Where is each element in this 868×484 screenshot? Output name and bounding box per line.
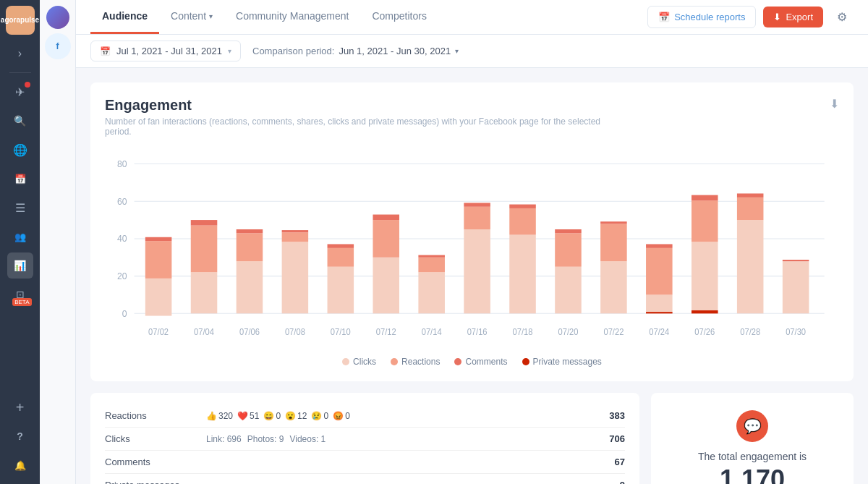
svg-text:07/12: 07/12 — [376, 328, 396, 336]
svg-rect-40 — [600, 261, 627, 313]
svg-text:0: 0 — [122, 308, 127, 318]
svg-rect-14 — [191, 226, 218, 273]
svg-rect-30 — [418, 255, 445, 258]
download-chart-button[interactable]: ⬇ — [830, 97, 839, 111]
svg-text:07/16: 07/16 — [467, 328, 488, 336]
wow-emoji: 😮 12 — [285, 411, 307, 421]
schedule-reports-button[interactable]: 📅 Schedule reports — [647, 6, 756, 28]
svg-rect-27 — [373, 215, 399, 221]
comments-row: Comments 67 — [105, 451, 625, 474]
svg-rect-33 — [464, 203, 490, 206]
nav-actions: 📅 Schedule reports ⬇ Export ⚙ — [647, 6, 854, 29]
svg-rect-53 — [737, 193, 764, 197]
bell-icon[interactable]: 🔔 — [7, 452, 33, 478]
svg-rect-15 — [191, 220, 218, 226]
haha-emoji: 😄 0 — [263, 411, 281, 421]
list-icon[interactable]: ☰ — [7, 195, 33, 221]
like-icon: 👍 — [206, 411, 217, 421]
haha-icon: 😄 — [263, 411, 274, 421]
settings-button[interactable]: ⚙ — [830, 6, 854, 29]
user-avatar[interactable] — [46, 6, 69, 29]
svg-text:07/18: 07/18 — [513, 328, 533, 336]
svg-text:07/26: 07/26 — [694, 328, 715, 336]
wow-icon: 😮 — [285, 411, 296, 421]
beta-icon[interactable]: ⊡ BETA — [7, 281, 33, 307]
love-icon: ❤️ — [237, 411, 248, 421]
svg-rect-19 — [282, 242, 309, 313]
tab-competitors[interactable]: Competitors — [360, 0, 438, 34]
expand-icon[interactable]: › — [7, 41, 33, 67]
private-messages-label: Private messages — [105, 480, 206, 484]
svg-rect-36 — [509, 205, 536, 208]
like-emoji: 👍 320 — [206, 411, 233, 421]
svg-rect-13 — [191, 272, 218, 313]
tab-audience[interactable]: Audience — [90, 0, 159, 34]
add-icon[interactable]: + — [7, 394, 33, 420]
svg-text:40: 40 — [117, 234, 127, 244]
svg-rect-28 — [418, 272, 445, 313]
svg-text:07/30: 07/30 — [786, 328, 806, 336]
svg-rect-54 — [783, 261, 809, 313]
svg-text:07/24: 07/24 — [649, 328, 670, 336]
reactions-dot — [391, 358, 398, 365]
comments-value: 67 — [589, 457, 625, 467]
paper-plane-icon[interactable]: ✈ — [7, 79, 33, 105]
main-content: Audience Content ▾ Community Management … — [76, 0, 868, 484]
sad-emoji: 😢 0 — [311, 411, 328, 421]
chat-bubble-icon: 💬 — [736, 410, 768, 442]
date-chevron-down-icon: ▾ — [228, 47, 231, 55]
svg-rect-10 — [145, 279, 172, 316]
svg-rect-41 — [600, 224, 627, 261]
date-range-picker[interactable]: 📅 Jul 1, 2021 - Jul 31, 2021 ▾ — [90, 41, 241, 61]
globe-icon[interactable]: 🌐 — [7, 137, 33, 163]
svg-rect-26 — [373, 220, 399, 258]
chart-svg: 80 60 40 20 0 — [105, 148, 839, 351]
legend-reactions: Reactions — [391, 357, 440, 367]
legend-comments: Comments — [454, 357, 507, 367]
tab-content[interactable]: Content ▾ — [159, 0, 224, 34]
stats-table: Reactions 👍 320 ❤️ 51 😄 0 — [90, 393, 639, 484]
svg-rect-11 — [145, 241, 172, 279]
chart-icon[interactable]: 📊 — [7, 252, 33, 279]
svg-rect-51 — [737, 220, 764, 313]
schedule-icon: 📅 — [658, 12, 670, 22]
export-button[interactable]: ⬇ Export — [763, 7, 823, 27]
search-icon[interactable]: 🔍 — [7, 108, 33, 134]
sad-icon: 😢 — [311, 411, 322, 421]
svg-rect-21 — [282, 230, 309, 232]
people-icon[interactable]: 👥 — [7, 224, 33, 250]
svg-text:07/28: 07/28 — [740, 328, 760, 336]
svg-rect-18 — [237, 229, 263, 233]
svg-rect-38 — [555, 233, 582, 266]
app-logo[interactable]: agorapulse — [6, 6, 35, 35]
facebook-icon[interactable]: f — [45, 33, 71, 59]
comparison-period-picker[interactable]: Comparison period: Jun 1, 2021 - Jun 30,… — [252, 46, 459, 56]
angry-emoji: 😡 0 — [333, 411, 350, 421]
svg-rect-37 — [555, 267, 582, 314]
svg-rect-34 — [509, 235, 536, 314]
svg-rect-20 — [282, 232, 309, 242]
calendar-icon[interactable]: 📅 — [7, 166, 33, 192]
svg-rect-16 — [237, 261, 263, 313]
nav-strip: f — [40, 0, 76, 484]
bar-chart: 80 60 40 20 0 — [105, 148, 839, 351]
reactions-value: 383 — [589, 410, 625, 421]
chart-subtitle: Number of fan interactions (reactions, c… — [105, 116, 611, 137]
svg-rect-46 — [646, 312, 673, 313]
help-icon[interactable]: ? — [7, 423, 33, 449]
engagement-summary-card: 💬 The total engagement is 1,170 interact… — [651, 393, 854, 484]
svg-text:07/08: 07/08 — [285, 328, 305, 336]
svg-rect-25 — [373, 258, 399, 314]
clicks-detail: Link: 696 Photos: 9 Videos: 1 — [206, 434, 589, 444]
beta-badge: BETA — [12, 298, 31, 306]
calendar-icon: 📅 — [100, 46, 111, 56]
svg-rect-50 — [692, 310, 718, 313]
legend-private-messages: Private messages — [522, 357, 602, 367]
svg-text:07/20: 07/20 — [558, 328, 579, 336]
engagement-number: 1,170 — [720, 465, 785, 484]
svg-rect-49 — [692, 195, 718, 201]
page-content: Engagement Number of fan interactions (r… — [76, 68, 868, 484]
tab-community-management[interactable]: Community Management — [224, 0, 360, 34]
love-emoji: ❤️ 51 — [237, 411, 259, 421]
sidebar: agorapulse › ✈ 🔍 🌐 📅 ☰ 👥 📊 ⊡ BETA + ? 🔔 — [0, 0, 40, 484]
